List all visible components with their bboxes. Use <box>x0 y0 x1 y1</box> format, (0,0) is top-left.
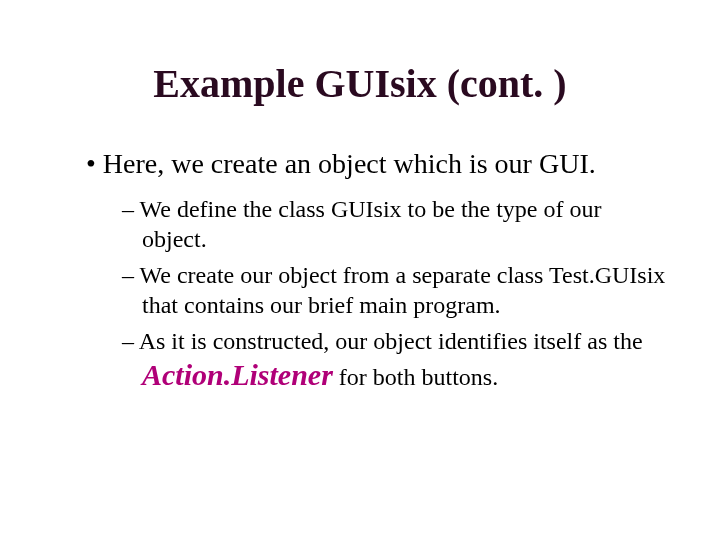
bullet-sub-3: As it is constructed, our object identif… <box>122 326 670 394</box>
bullet-sub-1: We define the class GUIsix to be the typ… <box>122 194 670 254</box>
slide: Example GUIsix (cont. ) Here, we create … <box>0 0 720 540</box>
slide-title: Example GUIsix (cont. ) <box>50 60 670 107</box>
bullet-sub-3-part-a: As it is constructed, our object identif… <box>139 328 643 354</box>
bullet-sub-3-part-b: for both buttons. <box>333 364 498 390</box>
bullet-sub-2: We create our object from a separate cla… <box>122 260 670 320</box>
bullet-main: Here, we create an object which is our G… <box>86 147 670 180</box>
emphasized-term: Action.Listener <box>142 358 333 391</box>
